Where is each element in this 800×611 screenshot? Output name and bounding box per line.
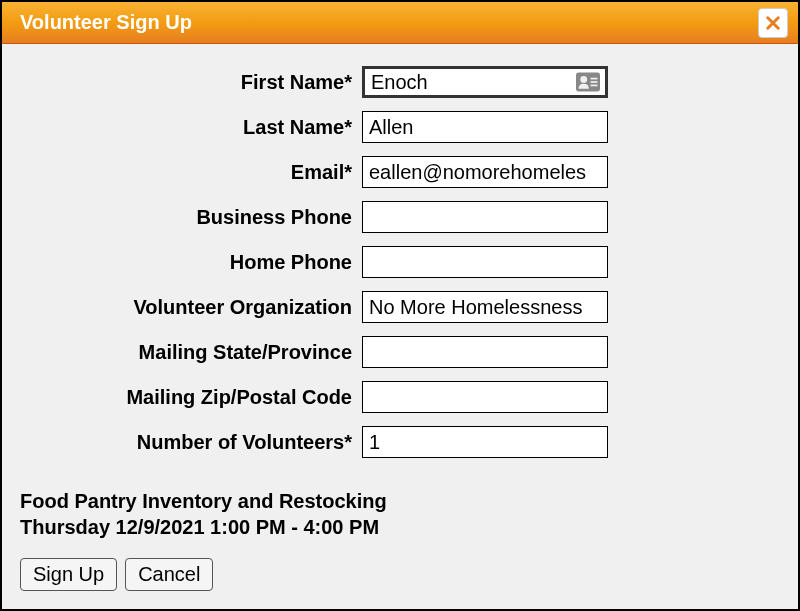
- input-wrap-num-volunteers: [362, 426, 608, 458]
- input-wrap-mailing-zip: [362, 381, 608, 413]
- first-name-field[interactable]: [362, 66, 608, 98]
- input-wrap-business-phone: [362, 201, 608, 233]
- label-last-name: Last Name*: [20, 116, 362, 139]
- label-volunteer-org: Volunteer Organization: [20, 296, 362, 319]
- mailing-zip-field[interactable]: [362, 381, 608, 413]
- email-field[interactable]: [362, 156, 608, 188]
- row-volunteer-org: Volunteer Organization: [20, 291, 780, 323]
- label-mailing-state: Mailing State/Province: [20, 341, 362, 364]
- row-mailing-zip: Mailing Zip/Postal Code: [20, 381, 780, 413]
- event-info: Food Pantry Inventory and Restocking Thu…: [20, 488, 780, 540]
- input-wrap-email: [362, 156, 608, 188]
- event-name: Food Pantry Inventory and Restocking: [20, 488, 780, 514]
- signup-dialog: Volunteer Sign Up First Name*: [0, 0, 800, 611]
- input-wrap-home-phone: [362, 246, 608, 278]
- label-mailing-zip: Mailing Zip/Postal Code: [20, 386, 362, 409]
- dialog-title: Volunteer Sign Up: [20, 11, 192, 34]
- button-row: Sign Up Cancel: [20, 558, 780, 591]
- label-business-phone: Business Phone: [20, 206, 362, 229]
- event-datetime: Thursday 12/9/2021 1:00 PM - 4:00 PM: [20, 514, 780, 540]
- num-volunteers-field[interactable]: [362, 426, 608, 458]
- home-phone-field[interactable]: [362, 246, 608, 278]
- form: First Name* Last Name*: [20, 66, 780, 458]
- dialog-content: First Name* Last Name*: [2, 44, 798, 609]
- row-home-phone: Home Phone: [20, 246, 780, 278]
- mailing-state-field[interactable]: [362, 336, 608, 368]
- input-wrap-volunteer-org: [362, 291, 608, 323]
- row-email: Email*: [20, 156, 780, 188]
- label-home-phone: Home Phone: [20, 251, 362, 274]
- cancel-button[interactable]: Cancel: [125, 558, 213, 591]
- volunteer-org-field[interactable]: [362, 291, 608, 323]
- input-wrap-last-name: [362, 111, 608, 143]
- label-first-name: First Name*: [20, 71, 362, 94]
- label-num-volunteers: Number of Volunteers*: [20, 431, 362, 454]
- signup-button[interactable]: Sign Up: [20, 558, 117, 591]
- row-num-volunteers: Number of Volunteers*: [20, 426, 780, 458]
- input-wrap-first-name: [362, 66, 608, 98]
- close-button[interactable]: [758, 8, 788, 38]
- row-first-name: First Name*: [20, 66, 780, 98]
- last-name-field[interactable]: [362, 111, 608, 143]
- row-business-phone: Business Phone: [20, 201, 780, 233]
- row-mailing-state: Mailing State/Province: [20, 336, 780, 368]
- close-icon: [764, 14, 782, 32]
- label-email: Email*: [20, 161, 362, 184]
- input-wrap-mailing-state: [362, 336, 608, 368]
- row-last-name: Last Name*: [20, 111, 780, 143]
- dialog-titlebar: Volunteer Sign Up: [2, 2, 798, 44]
- business-phone-field[interactable]: [362, 201, 608, 233]
